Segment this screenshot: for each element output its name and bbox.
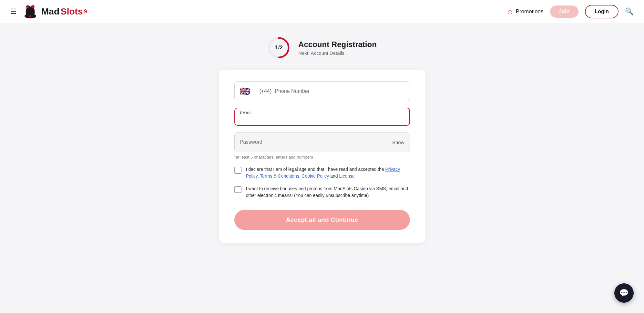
promotions-link[interactable]: ☆ Promotions [507,7,544,16]
logo-name-slots: Slots [61,6,83,17]
email-group: EMAIL [234,108,410,126]
accept-continue-button[interactable]: Accept all and Continue [234,210,410,230]
checkbox-legal-age-group: I declare that I am of legal age and tha… [234,166,410,180]
logo-superscript: 9 [84,9,87,15]
cookie-policy-link[interactable]: Cookie Policy [302,173,329,179]
star-icon: ☆ [507,7,513,16]
phone-group: 🇬🇧 (+44) [234,81,410,101]
checkbox-legal-age[interactable] [234,167,241,174]
email-input[interactable] [240,115,404,121]
phone-divider [255,86,255,96]
step-label: 1/2 [275,44,283,51]
header: ☰ MadSlots9 ☆ Promotions Join Login 🔍 [0,0,644,23]
checkbox-promos-text: I want to receive bonuses and promos fro… [246,185,410,199]
jester-hat-icon [22,4,39,19]
main-content: 1/2 Account Registration Next: Account D… [0,23,644,262]
step-circle: 1/2 [267,36,291,59]
show-password-button[interactable]: Show [392,140,404,145]
logo-name-mad: Mad [41,6,59,17]
email-label: EMAIL [240,111,404,115]
password-group: Show *at least 6 characters, letters and… [234,132,410,160]
license-link[interactable]: License [339,173,354,179]
step-info: Account Registration Next: Account Detai… [298,40,377,56]
registration-next: Next: Account Details [298,50,377,56]
checkbox-promos[interactable] [234,186,241,193]
search-icon[interactable]: 🔍 [625,7,634,16]
header-left: ☰ MadSlots9 [10,4,87,19]
svg-point-2 [31,5,35,8]
join-button[interactable]: Join [550,5,579,18]
password-hint: *at least 6 characters, letters and numb… [234,155,410,160]
chat-button[interactable]: 💬 [614,283,634,303]
phone-code: (+44) [260,88,272,94]
svg-point-1 [26,5,29,8]
header-right: ☆ Promotions Join Login 🔍 [507,5,634,18]
checkbox-legal-age-text: I declare that I am of legal age and tha… [246,166,410,180]
password-input[interactable] [240,139,389,145]
password-field: Show [234,132,410,152]
terms-link[interactable]: Terms & Conditions [260,173,299,179]
progress-header: 1/2 Account Registration Next: Account D… [267,36,377,59]
svg-point-3 [29,15,31,17]
chat-icon: 💬 [619,289,629,298]
promotions-label: Promotions [516,8,544,15]
hamburger-icon[interactable]: ☰ [10,7,17,16]
email-field-wrapper: EMAIL [234,108,410,126]
form-card: 🇬🇧 (+44) EMAIL Show *at least 6 characte… [219,70,425,243]
phone-field[interactable]: 🇬🇧 (+44) [234,81,410,101]
login-button[interactable]: Login [585,5,618,18]
checkbox-promos-group: I want to receive bonuses and promos fro… [234,185,410,199]
registration-title: Account Registration [298,40,377,49]
phone-input[interactable] [275,88,404,94]
flag-icon: 🇬🇧 [240,87,250,95]
logo[interactable]: MadSlots9 [22,4,87,19]
